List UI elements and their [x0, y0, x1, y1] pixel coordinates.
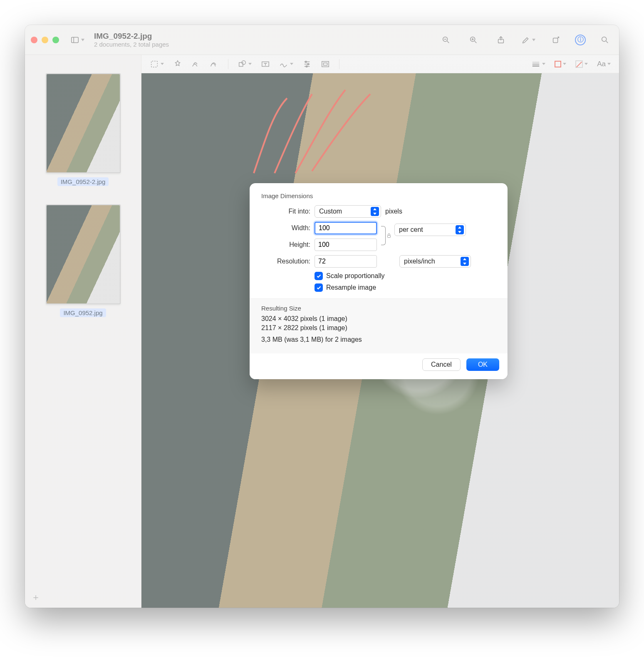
- svg-rect-24: [323, 63, 327, 65]
- border-color-button[interactable]: [555, 61, 566, 67]
- markup-scribble: [250, 86, 374, 177]
- cancel-button[interactable]: Cancel: [422, 358, 461, 371]
- adjust-color-button[interactable]: [302, 60, 312, 69]
- proportion-bracket: [381, 224, 390, 248]
- scale-proportionally-label: Scale proportionally: [326, 272, 385, 280]
- share-button[interactable]: [493, 32, 509, 47]
- fit-into-unit-suffix: pixels: [385, 208, 402, 215]
- thumbnail-2[interactable]: IMG_0952.jpg: [46, 204, 121, 317]
- resolution-unit-select[interactable]: pixels/inch: [399, 255, 471, 268]
- add-page-button[interactable]: ＋: [31, 593, 41, 603]
- search-button[interactable]: [597, 32, 613, 47]
- result-line-1: 3024 × 4032 pixels (1 image): [261, 315, 496, 323]
- fit-into-value: Custom: [319, 208, 342, 215]
- minimize-window-button[interactable]: [42, 37, 48, 43]
- result-line-2: 2117 × 2822 pixels (1 image): [261, 324, 496, 332]
- scale-proportionally-checkbox[interactable]: Scale proportionally: [315, 272, 496, 280]
- window-controls: [31, 37, 59, 43]
- resolution-unit-value: pixels/inch: [404, 258, 435, 265]
- svg-rect-23: [322, 61, 329, 67]
- svg-rect-14: [239, 62, 243, 66]
- rotate-button[interactable]: [547, 32, 564, 47]
- resulting-size-label: Resulting Size: [261, 305, 496, 312]
- lock-icon[interactable]: [386, 233, 392, 239]
- width-input[interactable]: [315, 222, 377, 234]
- thumbnail-2-label: IMG_0952.jpg: [60, 308, 106, 317]
- document-title: IMG_0952-2.jpg: [94, 32, 169, 41]
- info-icon[interactable]: ⓘ: [575, 35, 586, 45]
- ok-button[interactable]: OK: [466, 358, 499, 371]
- resolution-label: Resolution:: [261, 258, 310, 265]
- resample-image-checkbox[interactable]: Resample image: [315, 283, 496, 292]
- fill-color-button[interactable]: [575, 60, 588, 68]
- title-block: IMG_0952-2.jpg 2 documents, 2 total page…: [94, 32, 169, 48]
- markup-toolbar: Aa: [141, 55, 619, 73]
- adjust-size-button[interactable]: [321, 60, 330, 69]
- sidebar: IMG_0952-2.jpg IMG_0952.jpg ＋: [25, 55, 141, 608]
- zoom-window-button[interactable]: [52, 37, 59, 43]
- titlebar: IMG_0952-2.jpg 2 documents, 2 total page…: [25, 25, 619, 55]
- sign-button[interactable]: [279, 60, 293, 69]
- document-subtitle: 2 documents, 2 total pages: [94, 41, 169, 48]
- svg-line-3: [447, 41, 449, 43]
- select-stepper-icon: [371, 207, 379, 216]
- resample-image-label: Resample image: [326, 284, 376, 291]
- height-input[interactable]: [315, 239, 377, 251]
- width-label: Width:: [261, 224, 310, 232]
- preview-window: IMG_0952-2.jpg 2 documents, 2 total page…: [25, 25, 619, 608]
- line-style-button[interactable]: [531, 60, 545, 69]
- height-label: Height:: [261, 241, 310, 249]
- dialog-section-label: Image Dimensions: [261, 192, 496, 199]
- svg-rect-28: [388, 235, 391, 237]
- text-button[interactable]: [261, 60, 270, 69]
- image-dimensions-dialog: Image Dimensions Fit into: Custom pixels…: [250, 183, 508, 379]
- fit-into-select[interactable]: Custom: [315, 205, 381, 218]
- sidebar-view-button[interactable]: [69, 32, 86, 47]
- zoom-in-button[interactable]: [465, 32, 482, 47]
- zoom-out-button[interactable]: [438, 32, 454, 47]
- selection-tool-button[interactable]: [150, 60, 164, 69]
- fit-into-label: Fit into:: [261, 208, 310, 215]
- svg-rect-10: [553, 38, 558, 42]
- sketch-button[interactable]: [191, 60, 201, 69]
- svg-point-11: [602, 37, 607, 41]
- thumbnail-1-label: IMG_0952-2.jpg: [57, 177, 109, 186]
- resulting-size-section: Resulting Size 3024 × 4032 pixels (1 ima…: [250, 298, 508, 353]
- select-stepper-icon: [456, 225, 464, 234]
- svg-rect-0: [72, 37, 79, 42]
- draw-button[interactable]: [210, 60, 219, 69]
- select-stepper-icon: [461, 257, 469, 266]
- wh-unit-value: per cent: [399, 226, 423, 234]
- svg-line-6: [475, 41, 477, 43]
- close-window-button[interactable]: [31, 37, 37, 43]
- wh-unit-select[interactable]: per cent: [394, 224, 466, 236]
- result-line-3: 3,3 MB (was 3,1 MB) for 2 images: [261, 336, 496, 343]
- svg-line-12: [606, 41, 608, 43]
- markup-button[interactable]: [520, 32, 537, 47]
- instant-alpha-button[interactable]: [173, 60, 182, 69]
- resolution-input[interactable]: [315, 255, 377, 268]
- thumbnail-1[interactable]: IMG_0952-2.jpg: [46, 73, 121, 186]
- shapes-button[interactable]: [238, 60, 252, 69]
- text-style-button[interactable]: Aa: [597, 60, 611, 68]
- svg-rect-13: [151, 61, 158, 67]
